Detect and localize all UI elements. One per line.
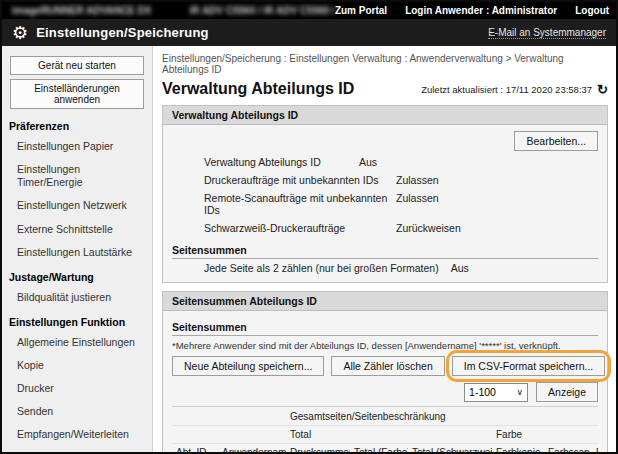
app-bar: ⚙ Einstellungen/Speicherung E-Mail an Sy…	[2, 19, 616, 46]
sidebar-item-send[interactable]: Senden	[2, 400, 152, 423]
sidebar-item-image-quality[interactable]: Bildqualität justieren	[2, 286, 152, 309]
sidebar-item-volume[interactable]: Einstellungen Lautstärke	[2, 241, 152, 264]
setting-value: Aus	[451, 262, 469, 274]
sidebar-item-common-settings[interactable]: Allgemeine Einstellungen	[2, 331, 152, 354]
app-title: Einstellungen/Speicherung	[36, 25, 209, 40]
setting-row: Schwarzweiß-Druckeraufträge Zurückweisen	[172, 219, 598, 237]
range-select[interactable]: 1-100 ∨	[464, 383, 528, 402]
device-name: imageRUNNER ADVANCE DX	[12, 5, 151, 16]
totals-table-container: Gesamtseiten/Seitenbeschränkung Total Fa…	[172, 406, 598, 452]
subgroup-farbe: Farbe	[492, 426, 598, 444]
col-header: Total (Schwarzweiß)	[408, 444, 492, 453]
setting-row: Remote-Scanaufträge mit unbekannten IDs …	[172, 189, 598, 219]
login-user-name: Administrator	[492, 5, 558, 16]
department-id-management-section: Verwaltung Abteilungs ID Bearbeiten... V…	[162, 105, 608, 283]
page-title: Verwaltung Abteilungs ID	[162, 80, 354, 98]
gear-icon: ⚙	[12, 24, 28, 42]
page-totals-subheader: Seitensummen	[172, 240, 598, 259]
sidebar-item-copy[interactable]: Kopie	[2, 354, 152, 377]
col-header: Abt. ID	[172, 444, 218, 453]
store-in-csv-format-button[interactable]: Im CSV-Format speichern...	[452, 356, 606, 376]
top-bar: imageRUNNER ADVANCE DX iR ADV C5560 / iR…	[2, 2, 616, 19]
sidebar-item-external-interface[interactable]: Externe Schnittstelle	[2, 218, 152, 241]
col-header: Drucksummen	[286, 444, 350, 453]
page-totals-subheader: Seitensummen	[172, 317, 598, 336]
col-header: Farbkopie	[492, 444, 544, 453]
refresh-icon[interactable]: ↻	[597, 83, 608, 96]
setting-row: Verwaltung Abteilungs ID Aus	[172, 153, 598, 171]
remote-ui-window: imageRUNNER ADVANCE DX iR ADV C5560 / iR…	[0, 0, 618, 454]
setting-value: Zulassen	[396, 192, 439, 204]
subgroup-total: Total	[286, 426, 492, 444]
sidebar-item-timer-energy[interactable]: Einstellungen Timer/Energie	[2, 158, 152, 194]
portal-link[interactable]: Zum Portal	[335, 5, 387, 16]
store-new-department-button[interactable]: Neue Abteilung speichern...	[172, 356, 324, 376]
setting-value: Aus	[359, 156, 377, 168]
display-button[interactable]: Anzeige	[536, 382, 598, 402]
sidebar-item-paper-settings[interactable]: Einstellungen Papier	[2, 135, 152, 158]
edit-button[interactable]: Bearbeiten...	[514, 131, 598, 151]
device-model: iR ADV C5560 / iR ADV C5560 /	[189, 5, 334, 16]
setting-row: Jede Seite als 2 zählen (nur bei großen …	[172, 259, 598, 275]
col-header: Farbscan	[544, 444, 592, 453]
sidebar-item-store-files[interactable]: Dateien speichern/zugänglich machen	[2, 447, 152, 453]
last-updated: Zuletzt aktualisiert : 17/11 2020 23:58:…	[421, 83, 608, 98]
highlight-ring: Im CSV-Format speichern...	[446, 350, 612, 382]
sidebar-section-adjustment: Justage/Wartung	[2, 264, 152, 286]
department-id-page-totals-section: Seitensummen Abteilungs ID Seitensummen …	[162, 291, 608, 452]
logout-link[interactable]: Logout	[575, 5, 609, 16]
sidebar-item-network[interactable]: Einstellungen Netzwerk	[2, 194, 152, 217]
setting-value: Zulassen	[396, 174, 439, 186]
col-header: Anwendername	[218, 444, 286, 453]
setting-value: Zurückweisen	[396, 222, 461, 234]
mail-to-systemmanager-link[interactable]: E-Mail an Systemmanager	[488, 27, 606, 39]
sidebar-item-receive-forward[interactable]: Empfangen/Weiterleiten	[2, 423, 152, 446]
apply-setting-changes-button[interactable]: Einstelländerungen anwenden	[10, 79, 144, 109]
totals-table: Gesamtseiten/Seitenbeschränkung Total Fa…	[172, 406, 598, 452]
sidebar-section-preferences: Präferenzen	[2, 113, 152, 135]
breadcrumb: Einstellungen/Speicherung : Einstellunge…	[162, 53, 608, 75]
clear-all-counts-button[interactable]: Alle Zähler löschen	[331, 356, 444, 376]
sidebar: Gerät neu starten Einstelländerungen anw…	[2, 46, 153, 452]
group-header: Gesamtseiten/Seitenbeschränkung	[286, 407, 598, 426]
section1-header: Verwaltung Abteilungs ID	[163, 106, 607, 125]
col-header: Total (Farbe)	[350, 444, 408, 453]
sidebar-item-printer[interactable]: Drucker	[2, 377, 152, 400]
chevron-down-icon: ∨	[516, 387, 523, 397]
col-header: Farbdruck	[592, 444, 598, 453]
setting-row: Druckeraufträge mit unbekannten IDs Zula…	[172, 171, 598, 189]
login-user-label: Login Anwender : Administrator	[405, 5, 557, 16]
sidebar-section-function: Einstellungen Funktion	[2, 309, 152, 331]
restart-device-button[interactable]: Gerät neu starten	[10, 56, 144, 75]
main-content: Einstellungen/Speicherung : Einstellunge…	[153, 46, 616, 452]
section2-header: Seitensummen Abteilungs ID	[163, 292, 607, 311]
